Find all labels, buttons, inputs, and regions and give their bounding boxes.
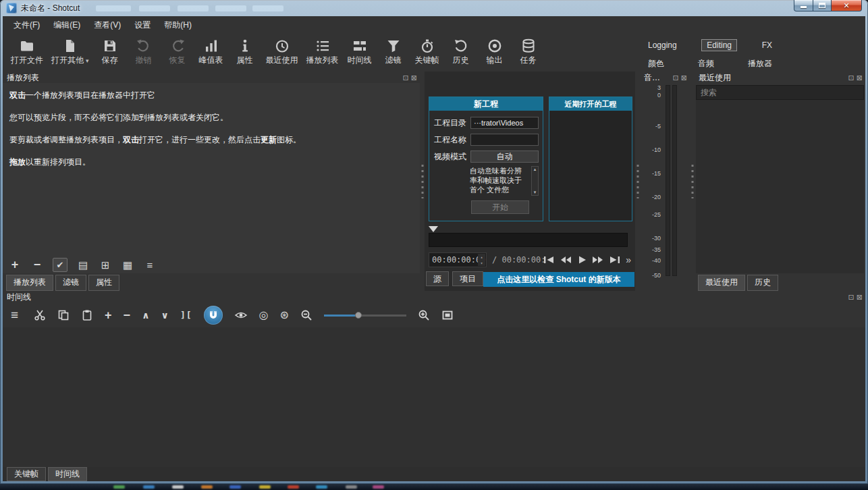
close-panel-icon[interactable]: ⊠ [857, 74, 863, 82]
close-panel-icon[interactable]: ⊠ [857, 294, 863, 301]
taskbar-app-icon[interactable] [288, 485, 299, 489]
tab-recent[interactable]: 最近使用 [698, 275, 745, 291]
layout-logging-button[interactable]: Logging [645, 39, 680, 51]
os-taskbar[interactable] [0, 484, 868, 490]
tab-timeline[interactable]: 时间线 [48, 467, 87, 481]
ripple-button[interactable]: ◎ [259, 310, 269, 321]
playlist-update-button[interactable]: ✔ [53, 258, 67, 272]
zoom-in-button[interactable] [418, 309, 430, 321]
paste-button[interactable] [81, 309, 93, 321]
export-button[interactable]: 输出 [478, 36, 512, 67]
view-details-icon[interactable]: ▦ [121, 258, 134, 271]
taskbar-app-icon[interactable] [346, 485, 357, 489]
transport-overflow-button[interactable]: » [626, 255, 631, 265]
tab-project[interactable]: 项目 [452, 271, 483, 286]
save-button[interactable]: 保存 [93, 36, 127, 67]
zoom-slider-thumb[interactable] [355, 312, 362, 319]
taskbar-app-icon[interactable] [172, 485, 184, 489]
playlist-menu-button[interactable]: ≡ [143, 258, 157, 271]
taskbar-app-icon[interactable] [113, 485, 125, 489]
spinner-down-icon[interactable]: ▾ [481, 261, 483, 265]
timeline-button[interactable]: 时间线 [343, 36, 377, 67]
play-button[interactable] [576, 255, 587, 265]
titlebar[interactable]: 未命名 - Shotcut ✕ [0, 0, 868, 16]
cut-button[interactable] [34, 309, 46, 321]
scroll-up-icon[interactable]: ▴ [534, 167, 537, 172]
tab-playlist[interactable]: 播放列表 [6, 275, 53, 291]
timeline-ripple-delete-button[interactable]: − [124, 309, 131, 321]
menu-file[interactable]: 文件(F) [7, 17, 47, 34]
view-grid-icon[interactable]: ⊞ [99, 258, 112, 271]
playhead-icon[interactable] [429, 226, 438, 232]
view-list-icon[interactable]: ▤ [76, 258, 90, 271]
history-button[interactable]: 历史 [444, 36, 478, 67]
tab-source[interactable]: 源 [426, 271, 449, 286]
fast-forward-button[interactable] [592, 255, 604, 265]
float-panel-icon[interactable]: ⊡ [848, 294, 855, 301]
tab-history[interactable]: 历史 [747, 275, 778, 291]
recent-button[interactable]: 最近使用 [262, 36, 302, 67]
menu-help[interactable]: 帮助(H) [157, 17, 198, 34]
close-button[interactable]: ✕ [832, 0, 862, 11]
menu-view[interactable]: 查看(V) [87, 17, 128, 34]
redo-button[interactable]: 恢复 [161, 36, 194, 67]
panel-splitter[interactable] [690, 72, 695, 291]
tab-filters[interactable]: 滤镜 [55, 275, 86, 291]
rewind-button[interactable] [560, 255, 572, 265]
taskbar-app-icon[interactable] [201, 485, 213, 489]
taskbar-app-icon[interactable] [316, 485, 327, 489]
menu-settings[interactable]: 设置 [128, 17, 157, 34]
start-button[interactable]: 开始 [471, 200, 529, 214]
skip-previous-button[interactable] [543, 255, 555, 265]
zoom-slider[interactable] [324, 310, 406, 321]
scroll-down-icon[interactable]: ▾ [534, 190, 537, 195]
layout-audio-button[interactable]: 音频 [695, 57, 717, 71]
close-panel-icon[interactable]: ⊠ [411, 74, 417, 82]
taskbar-app-icon[interactable] [143, 485, 155, 489]
maximize-button[interactable] [813, 0, 832, 11]
layout-editing-button[interactable]: Editing [701, 39, 737, 51]
skip-next-button[interactable] [609, 255, 621, 265]
playlist-add-button[interactable]: + [8, 258, 22, 271]
jobs-button[interactable]: 任务 [512, 36, 545, 67]
video-mode-button[interactable]: 自动 [470, 151, 539, 163]
taskbar-app-icon[interactable] [373, 485, 384, 489]
open-other-button[interactable]: 打开其他▾ [47, 36, 93, 67]
float-panel-icon[interactable]: ⊡ [403, 74, 409, 82]
peak-meter-button[interactable]: 峰值表 [194, 36, 228, 67]
keyframes-button[interactable]: 关键帧 [410, 36, 444, 67]
snap-toggle-button[interactable] [204, 306, 223, 325]
open-file-button[interactable]: 打开文件 [7, 36, 47, 67]
timeline-append-button[interactable]: + [105, 309, 112, 321]
zoom-out-button[interactable] [300, 309, 313, 321]
taskbar-app-icon[interactable] [259, 485, 271, 489]
recent-projects-list[interactable] [549, 111, 632, 221]
project-folder-input[interactable]: ···trator\Videos [470, 117, 539, 129]
timeline-tracks-area[interactable] [3, 327, 865, 467]
menu-edit[interactable]: 编辑(E) [47, 17, 87, 34]
tab-keyframes[interactable]: 关键帧 [7, 467, 46, 481]
layout-player-button[interactable]: 播放器 [745, 57, 775, 71]
project-name-input[interactable] [470, 134, 539, 146]
tab-properties[interactable]: 属性 [88, 275, 119, 291]
lift-button[interactable]: ∧ [142, 310, 149, 320]
timecode-spinner[interactable]: ▴ ▾ [478, 254, 485, 266]
zoom-fit-button[interactable] [441, 309, 454, 321]
split-button[interactable]: ][ [180, 310, 192, 319]
panel-splitter[interactable] [420, 72, 425, 291]
timecode-field[interactable]: 00:00:00:00 ▴ ▾ [429, 252, 487, 267]
spinner-up-icon[interactable]: ▴ [481, 254, 483, 259]
copy-button[interactable] [57, 309, 70, 321]
playlist-button[interactable]: 播放列表 [302, 36, 343, 67]
undo-button[interactable]: 撤销 [127, 36, 161, 67]
ripple-all-tracks-button[interactable]: ⊛ [280, 310, 289, 321]
float-panel-icon[interactable]: ⊡ [848, 74, 855, 82]
playlist-remove-button[interactable]: − [30, 258, 44, 271]
minimize-button[interactable] [794, 0, 813, 11]
timeline-menu-button[interactable]: ≡ [11, 308, 18, 321]
taskbar-app-icon[interactable] [229, 485, 241, 489]
hint-scrollbar[interactable]: ▴ ▾ [531, 166, 539, 196]
layout-color-button[interactable]: 颜色 [645, 57, 667, 71]
overwrite-button[interactable]: ∨ [161, 310, 169, 320]
panel-splitter[interactable] [635, 72, 640, 291]
